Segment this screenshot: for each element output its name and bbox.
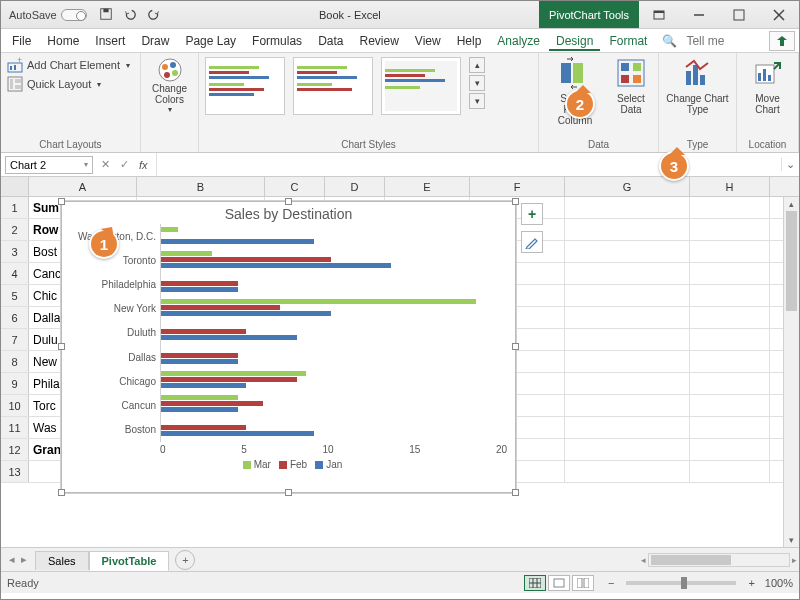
bar[interactable] <box>161 239 314 244</box>
minimize-icon[interactable] <box>679 1 719 29</box>
row-header[interactable]: 1 <box>1 197 29 218</box>
bar[interactable] <box>161 251 212 256</box>
row-header[interactable]: 4 <box>1 263 29 284</box>
select-data-button[interactable]: Select Data <box>606 57 656 115</box>
bar[interactable] <box>161 407 238 412</box>
cell[interactable] <box>565 395 690 416</box>
chart-styles-button[interactable] <box>521 231 543 253</box>
bar[interactable] <box>161 353 238 358</box>
column-header[interactable]: A <box>29 177 137 196</box>
close-icon[interactable] <box>759 1 799 29</box>
redo-icon[interactable] <box>147 7 161 23</box>
cell[interactable] <box>565 461 690 482</box>
column-header[interactable]: B <box>137 177 265 196</box>
zoom-slider[interactable] <box>626 581 736 585</box>
tell-me[interactable]: Tell me <box>679 31 731 51</box>
cell[interactable] <box>690 263 770 284</box>
legend-entry[interactable]: Feb <box>290 459 307 470</box>
cell[interactable] <box>565 329 690 350</box>
row-header[interactable]: 7 <box>1 329 29 350</box>
cell[interactable] <box>690 439 770 460</box>
tab-format[interactable]: Format <box>602 31 654 51</box>
cell[interactable] <box>690 197 770 218</box>
sheet-tab-sales[interactable]: Sales <box>35 551 89 570</box>
enter-icon[interactable]: ✓ <box>120 158 129 171</box>
horizontal-scrollbar[interactable]: ◂ ▸ <box>639 548 799 571</box>
move-chart-button[interactable]: Move Chart <box>743 57 792 115</box>
bar[interactable] <box>161 401 263 406</box>
row-header[interactable]: 9 <box>1 373 29 394</box>
row-header[interactable]: 10 <box>1 395 29 416</box>
bar[interactable] <box>161 263 391 268</box>
add-sheet-button[interactable]: + <box>175 550 195 570</box>
cell[interactable] <box>690 219 770 240</box>
cell[interactable] <box>565 285 690 306</box>
chart-style-thumb[interactable] <box>381 57 461 115</box>
cell[interactable] <box>565 197 690 218</box>
column-header[interactable]: D <box>325 177 385 196</box>
cell[interactable] <box>565 263 690 284</box>
maximize-icon[interactable] <box>719 1 759 29</box>
fx-label[interactable]: fx <box>139 159 148 171</box>
row-header[interactable]: 12 <box>1 439 29 460</box>
cancel-icon[interactable]: ✕ <box>101 158 110 171</box>
cell[interactable] <box>690 417 770 438</box>
cell[interactable] <box>565 351 690 372</box>
tab-analyze[interactable]: Analyze <box>490 31 547 51</box>
bar[interactable] <box>161 299 476 304</box>
row-header[interactable]: 2 <box>1 219 29 240</box>
name-box[interactable]: Chart 2▾ <box>5 156 93 174</box>
pivot-chart[interactable]: Sales by Destination Washington, D.C.Tor… <box>61 201 516 493</box>
tab-home[interactable]: Home <box>40 31 86 51</box>
column-header[interactable]: E <box>385 177 470 196</box>
legend-entry[interactable]: Mar <box>254 459 271 470</box>
bar[interactable] <box>161 425 246 430</box>
legend-entry[interactable]: Jan <box>326 459 342 470</box>
cell[interactable] <box>565 241 690 262</box>
normal-view-icon[interactable] <box>524 575 546 591</box>
bar[interactable] <box>161 359 238 364</box>
row-header[interactable]: 13 <box>1 461 29 482</box>
cell[interactable] <box>565 417 690 438</box>
bar[interactable] <box>161 329 246 334</box>
bar[interactable] <box>161 227 178 232</box>
tab-formulas[interactable]: Formulas <box>245 31 309 51</box>
tab-draw[interactable]: Draw <box>134 31 176 51</box>
save-icon[interactable] <box>99 7 113 23</box>
tab-data[interactable]: Data <box>311 31 350 51</box>
chart-style-thumb[interactable] <box>205 57 285 115</box>
cell[interactable] <box>690 329 770 350</box>
bar[interactable] <box>161 395 238 400</box>
cell[interactable] <box>690 285 770 306</box>
page-break-view-icon[interactable] <box>572 575 594 591</box>
undo-icon[interactable] <box>123 7 137 23</box>
cell[interactable] <box>565 307 690 328</box>
bar[interactable] <box>161 257 331 262</box>
bar[interactable] <box>161 377 297 382</box>
bar[interactable] <box>161 311 331 316</box>
cell[interactable] <box>690 307 770 328</box>
vertical-scrollbar[interactable]: ▴ ▾ <box>783 197 799 547</box>
row-header[interactable]: 6 <box>1 307 29 328</box>
column-header[interactable]: F <box>470 177 565 196</box>
expand-formula-bar-icon[interactable]: ⌄ <box>781 158 799 171</box>
bar[interactable] <box>161 305 280 310</box>
share-button[interactable] <box>769 31 795 51</box>
cell[interactable] <box>690 461 770 482</box>
change-chart-type-button[interactable]: Change Chart Type <box>665 57 730 115</box>
cell[interactable] <box>690 373 770 394</box>
cell[interactable] <box>565 439 690 460</box>
select-all-corner[interactable] <box>1 177 29 196</box>
cell[interactable] <box>565 219 690 240</box>
cell[interactable] <box>690 241 770 262</box>
sheet-tab-pivottable[interactable]: PivotTable <box>89 551 170 571</box>
tab-file[interactable]: File <box>5 31 38 51</box>
column-header[interactable]: C <box>265 177 325 196</box>
zoom-out-button[interactable]: − <box>604 577 618 589</box>
sheet-nav[interactable]: ◂▸ <box>1 553 35 566</box>
column-header[interactable]: H <box>690 177 770 196</box>
bar[interactable] <box>161 383 246 388</box>
row-header[interactable]: 11 <box>1 417 29 438</box>
style-gallery-more[interactable]: ▴ ▾ ▾ <box>469 57 485 109</box>
chart-plot-area[interactable] <box>160 224 507 442</box>
